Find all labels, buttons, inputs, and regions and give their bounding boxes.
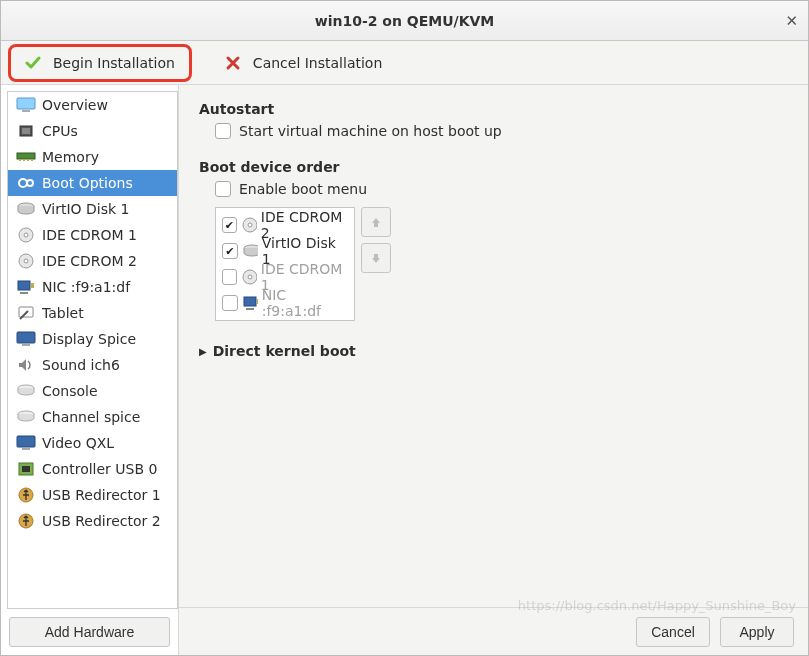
svg-rect-21 — [17, 332, 35, 343]
boot-device-checkbox[interactable] — [222, 269, 237, 285]
gear-icon — [14, 174, 38, 192]
svg-point-10 — [27, 180, 33, 186]
memory-icon — [14, 148, 38, 166]
sidebar-item-virtio-disk-1[interactable]: VirtIO Disk 1 — [8, 196, 177, 222]
cdrom-icon — [241, 269, 257, 285]
sidebar-item-memory[interactable]: Memory — [8, 144, 177, 170]
titlebar: win10-2 on QEMU/KVM ✕ — [1, 1, 808, 41]
sidebar-item-label: Overview — [42, 97, 108, 113]
x-icon — [225, 55, 241, 71]
svg-rect-26 — [22, 448, 30, 450]
enable-boot-menu-label: Enable boot menu — [239, 181, 367, 197]
sidebar-item-label: Controller USB 0 — [42, 461, 157, 477]
sidebar-item-label: Boot Options — [42, 175, 133, 191]
add-hardware-button[interactable]: Add Hardware — [9, 617, 170, 647]
sidebar-item-nic-f9-a1-df[interactable]: NIC :f9:a1:df — [8, 274, 177, 300]
sidebar-item-label: USB Redirector 2 — [42, 513, 161, 529]
svg-rect-4 — [17, 153, 35, 159]
window-title: win10-2 on QEMU/KVM — [315, 13, 495, 29]
svg-point-13 — [24, 233, 28, 237]
svg-point-35 — [248, 275, 252, 279]
sidebar-item-label: Sound ich6 — [42, 357, 120, 373]
cancel-installation-label: Cancel Installation — [253, 55, 382, 71]
sidebar-item-label: CPUs — [42, 123, 78, 139]
triangle-right-icon: ▶ — [199, 346, 207, 357]
svg-point-15 — [24, 259, 28, 263]
svg-rect-0 — [17, 98, 35, 109]
arrow-down-icon — [369, 251, 383, 265]
svg-rect-25 — [17, 436, 35, 447]
begin-installation-button[interactable]: Begin Installation — [8, 44, 192, 82]
sidebar-item-usb-redirector-2[interactable]: USB Redirector 2 — [8, 508, 177, 534]
cpu-icon — [14, 122, 38, 140]
sidebar-item-usb-redirector-1[interactable]: USB Redirector 1 — [8, 482, 177, 508]
sidebar-item-channel-spice[interactable]: Channel spice — [8, 404, 177, 430]
serial-icon — [14, 408, 38, 426]
move-up-button[interactable] — [361, 207, 391, 237]
toolbar: Begin Installation Cancel Installation — [1, 41, 808, 85]
svg-rect-18 — [31, 283, 34, 288]
sidebar-item-ide-cdrom-1[interactable]: IDE CDROM 1 — [8, 222, 177, 248]
boot-device-checkbox[interactable] — [222, 295, 238, 311]
disk-icon — [242, 243, 258, 259]
boot-device-row[interactable]: NIC :f9:a1:df — [218, 290, 352, 316]
move-down-button[interactable] — [361, 243, 391, 273]
svg-rect-37 — [246, 308, 254, 310]
svg-rect-16 — [18, 281, 30, 290]
close-icon[interactable]: ✕ — [785, 12, 798, 30]
usb-icon — [14, 512, 38, 530]
sidebar-item-controller-usb-0[interactable]: Controller USB 0 — [8, 456, 177, 482]
sidebar-item-label: IDE CDROM 1 — [42, 227, 137, 243]
direct-kernel-boot-label: Direct kernel boot — [213, 343, 356, 359]
boot-device-label: NIC :f9:a1:df — [262, 287, 348, 319]
svg-rect-5 — [19, 159, 21, 161]
sidebar-item-label: Video QXL — [42, 435, 114, 451]
boot-device-list: ✔IDE CDROM 2✔VirtIO Disk 1IDE CDROM 1NIC… — [215, 207, 355, 321]
cancel-button[interactable]: Cancel — [636, 617, 710, 647]
svg-rect-17 — [20, 292, 28, 294]
sidebar-item-ide-cdrom-2[interactable]: IDE CDROM 2 — [8, 248, 177, 274]
sidebar-item-console[interactable]: Console — [8, 378, 177, 404]
sidebar-item-display-spice[interactable]: Display Spice — [8, 326, 177, 352]
nic-icon — [242, 295, 258, 311]
disk-icon — [14, 200, 38, 218]
autostart-title: Autostart — [199, 101, 788, 117]
footer: Cancel Apply — [179, 607, 808, 655]
sidebar-item-cpus[interactable]: CPUs — [8, 118, 177, 144]
sidebar-item-video-qxl[interactable]: Video QXL — [8, 430, 177, 456]
svg-rect-38 — [257, 299, 258, 304]
sidebar-item-label: VirtIO Disk 1 — [42, 201, 129, 217]
enable-boot-menu-checkbox[interactable] — [215, 181, 231, 197]
usb-icon — [14, 486, 38, 504]
arrow-up-icon — [369, 215, 383, 229]
cdrom-icon — [241, 217, 257, 233]
sidebar-item-tablet[interactable]: Tablet — [8, 300, 177, 326]
boot-device-checkbox[interactable]: ✔ — [222, 243, 238, 259]
sidebar-item-sound-ich6[interactable]: Sound ich6 — [8, 352, 177, 378]
device-list: OverviewCPUsMemoryBoot OptionsVirtIO Dis… — [7, 91, 178, 609]
sidebar-item-label: NIC :f9:a1:df — [42, 279, 130, 295]
begin-installation-label: Begin Installation — [53, 55, 175, 71]
boot-device-checkbox[interactable]: ✔ — [222, 217, 237, 233]
display-icon — [14, 330, 38, 348]
main-pane: Autostart Start virtual machine on host … — [179, 85, 808, 655]
sidebar-item-label: Channel spice — [42, 409, 140, 425]
autostart-checkbox[interactable] — [215, 123, 231, 139]
direct-kernel-boot-expander[interactable]: ▶ Direct kernel boot — [199, 343, 788, 359]
cancel-installation-button[interactable]: Cancel Installation — [211, 51, 396, 75]
svg-rect-7 — [27, 159, 29, 161]
sound-icon — [14, 356, 38, 374]
svg-point-32 — [248, 223, 252, 227]
svg-rect-22 — [22, 344, 30, 346]
sidebar-item-overview[interactable]: Overview — [8, 92, 177, 118]
display-icon — [14, 434, 38, 452]
autostart-label: Start virtual machine on host boot up — [239, 123, 502, 139]
svg-rect-8 — [31, 159, 33, 161]
sidebar-item-label: Tablet — [42, 305, 84, 321]
apply-button[interactable]: Apply — [720, 617, 794, 647]
tablet-icon — [14, 304, 38, 322]
serial-icon — [14, 382, 38, 400]
sidebar-item-label: Console — [42, 383, 98, 399]
svg-rect-1 — [22, 110, 30, 112]
sidebar-item-boot-options[interactable]: Boot Options — [8, 170, 177, 196]
